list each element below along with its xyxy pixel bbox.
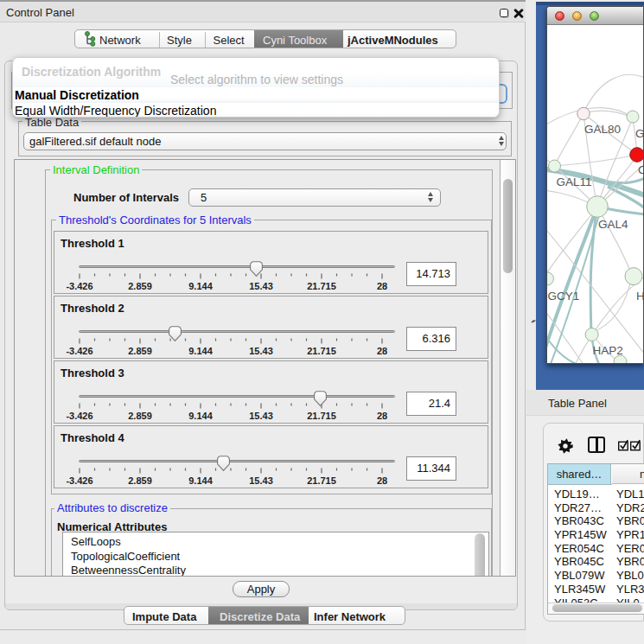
svg-text:GAL80: GAL80	[584, 123, 621, 136]
svg-text:GA: GA	[635, 127, 644, 140]
svg-text:GAL4: GAL4	[598, 218, 628, 231]
svg-text:GAL11: GAL11	[557, 175, 592, 188]
svg-text:GCY1: GCY1	[548, 290, 580, 303]
svg-text:HI: HI	[636, 290, 644, 303]
svg-text:HAP2: HAP2	[593, 344, 623, 357]
svg-text:C: C	[638, 163, 644, 176]
